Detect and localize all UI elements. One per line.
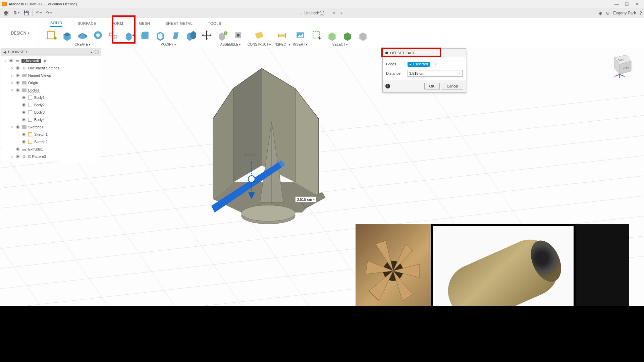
dimension-input[interactable]: 3.515 cm ▾ [295, 196, 316, 202]
create-sketch-tool[interactable] [45, 28, 58, 42]
tree-item[interactable]: Body2 [1, 101, 101, 109]
visibility-icon[interactable] [15, 80, 20, 85]
minimize-button[interactable]: — [612, 2, 622, 7]
visibility-icon[interactable] [15, 88, 20, 93]
save-button[interactable]: 💾 [22, 9, 30, 17]
loft-tool[interactable] [107, 28, 120, 42]
visibility-icon[interactable] [21, 139, 26, 144]
model[interactable]: 3.515 3.515 cm ▾ [201, 58, 342, 233]
chevron-down-icon[interactable]: ▾ [313, 198, 315, 201]
new-component-tool[interactable]: + [216, 28, 229, 42]
distance-field[interactable] [408, 70, 457, 76]
info-icon[interactable]: i [385, 84, 390, 88]
select-label[interactable]: SELECT ▾ [332, 43, 348, 46]
draft-tool[interactable] [169, 28, 182, 42]
maximize-button[interactable]: ☐ [622, 2, 632, 7]
tree-item[interactable]: ▷Named Views [1, 72, 101, 79]
dialog-title-bar[interactable]: OFFSET FACE [383, 49, 466, 57]
assemble-label[interactable]: ASSEMBLE ▾ [220, 43, 241, 46]
expand-arrow-icon[interactable]: ▽ [10, 125, 14, 129]
shell-tool[interactable] [154, 28, 167, 42]
fillet-tool[interactable] [138, 28, 152, 42]
extensions-icon[interactable]: ◉ [598, 10, 602, 16]
user-name[interactable]: Evgeny Park [613, 11, 636, 15]
ok-button[interactable]: OK [424, 83, 440, 89]
measure-tool[interactable] [275, 28, 288, 42]
expand-arrow-icon[interactable]: ▽ [10, 88, 14, 92]
undo-button[interactable]: ↶▾ [35, 9, 43, 17]
visibility-icon[interactable] [15, 154, 20, 159]
create-label[interactable]: CREATE ▾ [75, 43, 91, 46]
insert-label[interactable]: INSERT ▾ [293, 43, 307, 46]
clear-selection-button[interactable]: ✕ [434, 62, 437, 66]
expand-arrow-icon[interactable]: ▷ [10, 74, 14, 77]
tree-item[interactable]: Sketch2 [1, 138, 101, 145]
chevron-down-icon[interactable]: ▾ [457, 70, 462, 76]
visibility-icon[interactable] [21, 95, 26, 100]
file-menu[interactable]: 🗎▾ [12, 9, 20, 17]
tab-form[interactable]: FORM [112, 21, 123, 27]
insert-decal-tool[interactable] [293, 28, 307, 42]
select-component-tool[interactable] [356, 28, 370, 42]
tree-item[interactable]: Body1 [1, 94, 101, 101]
workspace-switcher[interactable]: DESIGN▾ [0, 18, 40, 48]
activate-icon[interactable]: ◉ [42, 58, 48, 63]
expand-arrow-icon[interactable]: ▷ [10, 66, 14, 70]
visibility-icon[interactable] [21, 117, 26, 122]
modify-label[interactable]: MODIFY ▾ [160, 43, 176, 46]
tree-item[interactable]: ▽Sketches [1, 123, 101, 131]
dialog-pin-icon[interactable] [385, 52, 388, 54]
visibility-icon[interactable] [21, 103, 26, 107]
redo-button[interactable]: ↷▾ [45, 9, 53, 17]
help-icon[interactable]: ? [639, 10, 642, 16]
joint-tool[interactable] [231, 28, 245, 42]
visibility-icon[interactable] [15, 66, 20, 70]
tree-item[interactable]: Body3 [1, 109, 101, 116]
visibility-icon[interactable] [15, 147, 20, 152]
browser-options-icon[interactable]: ● [91, 50, 93, 54]
faces-selection-chip[interactable]: ▸ 1 selected [408, 62, 430, 67]
select-body-tool[interactable] [341, 28, 354, 42]
extrude-tool[interactable] [60, 28, 74, 42]
data-panel-button[interactable] [2, 9, 10, 17]
tree-item[interactable]: ▷Origin [1, 79, 101, 86]
tree-item[interactable]: Sketch1 [1, 131, 101, 138]
new-tab-button[interactable]: ＋ [337, 9, 345, 17]
construct-plane-tool[interactable] [253, 28, 266, 42]
expand-arrow-icon[interactable]: ▷ [10, 81, 14, 84]
move-tool[interactable] [200, 28, 213, 42]
view-cube[interactable]: BACK LEFT [608, 51, 635, 78]
press-pull-tool[interactable] [123, 28, 136, 42]
collapse-icon[interactable]: ◀ [3, 50, 6, 54]
cancel-button[interactable]: Cancel [442, 83, 463, 89]
visibility-icon[interactable] [15, 125, 20, 129]
browser-header[interactable]: ◀ BROWSER ● [1, 48, 101, 56]
revolve-tool[interactable] [76, 28, 89, 42]
visibility-icon[interactable] [21, 132, 26, 137]
distance-input[interactable]: ▾ [408, 70, 463, 77]
visibility-icon[interactable] [21, 110, 26, 115]
close-button[interactable]: ✕ [632, 2, 642, 7]
expand-arrow-icon[interactable]: ▷ [10, 155, 14, 158]
tree-root[interactable]: ▽ ▭ (Unsaved) ◉ [1, 57, 101, 64]
tab-tools[interactable]: TOOLS [208, 21, 221, 27]
visibility-icon[interactable] [15, 73, 20, 78]
paint-select-tool[interactable] [325, 28, 339, 42]
tab-solid[interactable]: SOLID [50, 21, 62, 27]
sweep-tool[interactable] [91, 28, 105, 42]
window-select-tool[interactable] [310, 28, 323, 42]
eye-icon[interactable] [9, 58, 13, 63]
combine-tool[interactable] [184, 28, 198, 42]
close-tab-button[interactable]: ✕ [332, 11, 335, 15]
tree-item[interactable]: ▽Bodies [1, 86, 101, 94]
tree-item[interactable]: Body4 [1, 116, 101, 123]
inspect-label[interactable]: INSPECT ▾ [273, 43, 290, 46]
notifications-icon[interactable]: ⊙ [606, 10, 610, 16]
tree-item[interactable]: ▬Extrude1 [1, 145, 101, 153]
browser-pin-icon[interactable] [95, 50, 99, 54]
tab-sheet-metal[interactable]: SHEET METAL [165, 21, 193, 27]
tab-mesh[interactable]: MESH [139, 21, 150, 27]
document-tab[interactable]: ⬚ Untitled*(1) ✕ ＋ [299, 9, 345, 17]
tree-item[interactable]: ▷⚙C-Pattern3 [1, 153, 101, 160]
construct-label[interactable]: CONSTRUCT ▾ [248, 43, 271, 46]
